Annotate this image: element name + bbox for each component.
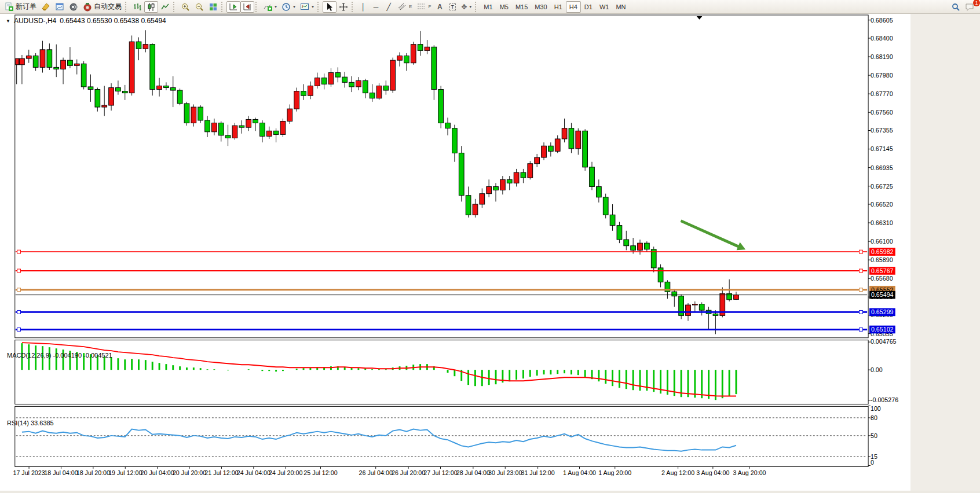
line-handle[interactable] [17,288,21,292]
timeframe-button-h1[interactable]: H1 [551,1,566,13]
toolbar-separator [317,2,321,12]
price-tick-label: 0.68400 [871,35,893,42]
trendline-button[interactable]: ╱ [382,1,395,13]
current-price-label: 0.65494 [871,292,894,299]
line-handle[interactable] [860,328,863,332]
horizontal-line-button[interactable]: ─ [370,1,382,13]
timeframe-button-mn[interactable]: MN [612,1,629,13]
tile-windows-icon [209,2,218,12]
chart-shift-button[interactable] [240,1,254,13]
tile-windows-button[interactable] [206,1,220,13]
search-button[interactable] [949,1,963,13]
timeframe-button-h4[interactable]: H4 [566,1,581,13]
bar-chart-button[interactable] [130,1,144,13]
line-handle[interactable] [860,250,863,253]
candle-body [266,131,272,136]
indicators-button[interactable]: ▾ [261,1,279,13]
auto-scroll-button[interactable] [226,1,240,13]
line-handle[interactable] [17,269,21,273]
dropdown-arrow-icon: ▾ [293,4,295,9]
candlestick-chart-button[interactable] [144,1,158,13]
periods-button[interactable]: ▾ [279,1,298,13]
line-handle[interactable] [860,269,863,273]
text-button[interactable]: A [433,1,446,13]
price-tick-label: 0.67145 [871,145,893,152]
search-icon [951,2,960,12]
horizontal-line-icon: ─ [374,3,379,11]
autotrading-button[interactable]: 自动交易 [81,1,124,13]
rsi-tick-label: 80 [871,414,877,421]
zoom-in-button[interactable] [178,1,192,13]
price-line-label: 0.65102 [871,326,894,333]
time-tick-label: 18 Jul 20:00 [76,469,110,476]
fibonacci-button[interactable]: F [414,1,433,13]
candle-body [624,240,629,246]
pane-splitter[interactable] [15,404,868,406]
line-chart-button[interactable] [158,1,172,13]
candle-body [603,197,608,215]
candle-body [487,186,492,193]
price-line-label: 0.65299 [871,308,894,315]
timeframe-button-m5[interactable]: M5 [496,1,512,13]
candle-body [47,50,52,68]
timeframe-button-m1[interactable]: M1 [480,1,496,13]
zoom-in-icon [181,2,190,12]
arrows-button[interactable]: ✥ ▾ [459,1,474,13]
crosshair-button[interactable] [337,1,350,13]
time-axis[interactable]: 17 Jul 202318 Jul 04:0018 Jul 20:0019 Ju… [13,466,766,476]
candle-body [177,90,182,104]
chart-ohlc-header[interactable]: ▼ AUDUSD-,H4 0.65443 0.65530 0.65438 0.6… [6,17,166,25]
broadcast-button[interactable] [67,1,81,13]
candle-body [157,86,162,89]
fibo-f-label: F [428,4,431,9]
new-chart-button[interactable] [53,1,67,13]
candle-body [349,82,354,87]
candle-body [473,204,478,215]
equidistant-channel-button[interactable]: E [395,1,414,13]
candle-body [390,60,396,90]
line-handle[interactable] [860,288,863,292]
notifications-button[interactable]: 1 [963,1,978,13]
line-handle[interactable] [17,250,21,253]
line-handle[interactable] [17,328,21,332]
timeframe-button-d1[interactable]: D1 [581,1,596,13]
candle-body [20,58,25,65]
candle-body [459,153,464,195]
indicators-icon [263,2,272,12]
text-label-button[interactable]: T [446,1,459,13]
time-tick-label: 28 Jul 04:00 [456,469,490,476]
line-chart-icon [160,2,170,12]
window-bottom-filler [0,491,980,493]
auto-scroll-icon [229,2,238,12]
candle-body [40,50,45,68]
depth-of-market-button[interactable] [39,1,53,13]
line-handle[interactable] [860,310,863,314]
candle-body [61,60,66,69]
new-order-button[interactable]: 新订单 [2,1,39,13]
candle-body [404,56,409,63]
timeframe-button-m15[interactable]: M15 [512,1,531,13]
candle-body [631,246,636,251]
candle-body [205,120,210,132]
pane-splitter[interactable] [15,338,868,340]
candle-body [335,73,341,78]
candle-body [383,86,389,90]
candle-body [74,64,79,65]
zoom-out-button[interactable] [192,1,206,13]
vertical-line-button[interactable]: │ [357,1,370,13]
candle-body [116,87,121,91]
time-tick-label: 26 Jul 04:00 [359,469,393,476]
candle-body [26,56,31,59]
line-handle[interactable] [17,310,21,314]
candle-body [425,47,430,50]
text-icon: A [437,3,443,11]
timeframe-button-w1[interactable]: W1 [596,1,613,13]
chart-canvas[interactable]: 0.686050.684000.681900.679800.677700.675… [0,14,980,493]
notification-badge: 1 [973,0,980,6]
time-tick-label: 20 Jul 20:00 [173,469,206,476]
candle-body [493,186,499,190]
fibonacci-icon [416,2,426,12]
timeframe-button-m30[interactable]: M30 [531,1,550,13]
templates-button[interactable]: ▾ [298,1,316,13]
cursor-button[interactable] [323,1,337,13]
